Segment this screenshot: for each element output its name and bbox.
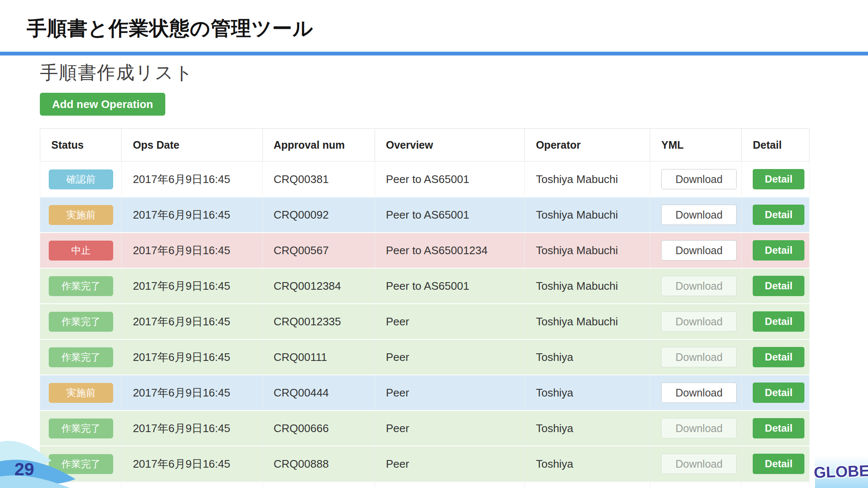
ops-date-cell: 2017年6月9日16:45 [122,268,262,304]
table-row: 確認前 2017年6月9日16:45 CRQ00381 Peer to AS65… [40,161,810,197]
operator-cell: Toshiya [525,375,650,410]
table-row: 作業完了 2017年6月9日16:45 CRQ00111 Peer Toshiy… [40,339,810,375]
download-button[interactable]: Download [661,205,737,225]
table-row: 作業完了 2017年6月9日16:45 CRQ00888 Peer Toshiy… [40,446,810,482]
download-button[interactable]: Download [661,169,737,189]
approval-num-cell: CRQ0010000 [262,482,375,488]
operator-cell: Toshiya Mabuchi [525,304,650,339]
table-row: 作業完了 2017年6月9日16:45 CRQ0012384 Peer to A… [40,268,810,304]
ops-date-cell: 2017年6月9日16:45 [122,339,262,375]
title-underline-rule [0,52,868,55]
detail-button[interactable]: Detail [753,205,804,225]
add-new-operation-button[interactable]: Add new Operation [40,93,165,116]
detail-button[interactable]: Detail [753,347,804,367]
status-badge: 実施前 [49,383,113,403]
column-header-approval-num: Approval num [262,129,375,162]
table-header-row: StatusOps DateApproval numOverviewOperat… [40,129,810,162]
ops-date-cell: 2017年6月9日16:45 [122,446,262,482]
download-button: Download [661,418,737,438]
operator-cell: Toshiya [525,446,650,482]
status-badge: 作業完了 [49,347,113,367]
download-button[interactable]: Download [661,383,737,403]
ops-date-cell: 2017年6月9日16:45 [122,197,262,233]
overview-cell: Peer to AS65001 [375,197,525,233]
overview-cell: Peer [375,446,525,482]
operator-cell: Toshiya Mabuchi [525,197,650,233]
operator-cell: Toshiya Mabuchi [525,161,650,197]
operator-cell: Toshiya Mabuchi [525,233,650,268]
download-button: Download [661,347,737,367]
ops-date-cell: 2017年6月9日16:45 [122,375,262,410]
column-header-overview: Overview [375,129,525,162]
ops-date-cell: 2017年6月9日16:45 [122,304,262,339]
download-button[interactable]: Download [661,240,737,261]
table-row: 実施前 2017年6月9日16:45 CRQ00444 Peer Toshiya… [40,375,810,410]
status-badge: 実施前 [49,205,113,225]
ops-date-cell: 2017年6月9日16:45 [122,410,262,446]
table-row: 実施前 2017年6月9日16:45 CRQ00092 Peer to AS65… [40,197,810,233]
table-row: 確認前 2017年6月9日16:45 CRQ0010000 Peer Toshi… [40,482,810,488]
table-row: 作業完了 2017年6月9日16:45 CRQ0012335 Peer Tosh… [40,304,810,339]
status-badge: 作業完了 [49,419,113,438]
detail-button[interactable]: Detail [753,311,804,332]
column-header-ops-date: Ops Date [122,129,262,162]
operations-table: StatusOps DateApproval numOverviewOperat… [40,128,810,488]
slide-title: 手順書と作業状態の管理ツール [27,15,313,42]
approval-num-cell: CRQ00666 [262,410,375,446]
detail-button[interactable]: Detail [753,276,804,296]
approval-num-cell: CRQ00888 [262,446,375,482]
column-header-operator: Operator [525,129,650,162]
ops-date-cell: 2017年6月9日16:45 [122,233,262,268]
status-badge: 中止 [49,241,113,261]
overview-cell: Peer [375,375,525,410]
overview-cell: Peer [375,482,525,488]
detail-button[interactable]: Detail [753,383,804,403]
ops-date-cell: 2017年6月9日16:45 [122,161,262,197]
ops-date-cell: 2017年6月9日16:45 [122,482,262,488]
detail-button[interactable]: Detail [753,169,804,189]
approval-num-cell: CRQ0012335 [262,304,375,339]
overview-cell: Peer to AS65001 [375,268,525,304]
operator-cell: Toshiya [525,339,650,375]
approval-num-cell: CRQ0012384 [262,268,375,304]
column-header-yml: YML [650,129,742,162]
globe-logo: GLOBE [815,456,868,488]
overview-cell: Peer to AS65001 [375,161,525,197]
column-header-detail: Detail [742,129,810,162]
status-badge: 作業完了 [49,276,113,296]
download-button: Download [661,276,737,296]
table-row: 中止 2017年6月9日16:45 CRQ00567 Peer to AS650… [40,233,810,268]
detail-button[interactable]: Detail [753,240,804,261]
overview-cell: Peer [375,339,525,375]
approval-num-cell: CRQ00111 [262,339,375,375]
approval-num-cell: CRQ00444 [262,375,375,410]
approval-num-cell: CRQ00567 [262,233,375,268]
operator-cell: Toshiya [525,482,650,488]
approval-num-cell: CRQ00092 [262,197,375,233]
page-number: 29 [14,459,34,480]
overview-cell: Peer [375,410,525,446]
operator-cell: Toshiya Mabuchi [525,268,650,304]
detail-button[interactable]: Detail [753,454,804,474]
download-button: Download [661,454,737,474]
overview-cell: Peer to AS65001234 [375,233,525,268]
overview-cell: Peer [375,304,525,339]
operator-cell: Toshiya [525,410,650,446]
status-badge: 作業完了 [49,312,113,332]
approval-num-cell: CRQ00381 [262,161,375,197]
download-button: Download [661,311,737,332]
operations-table-body: 確認前 2017年6月9日16:45 CRQ00381 Peer to AS65… [40,161,810,488]
status-badge: 確認前 [49,169,113,189]
table-row: 作業完了 2017年6月9日16:45 CRQ00666 Peer Toshiy… [40,410,810,446]
detail-button[interactable]: Detail [753,418,804,438]
column-header-status: Status [40,129,122,162]
page-title: 手順書作成リスト [40,61,194,85]
globe-logo-text: GLOBE [813,462,868,482]
